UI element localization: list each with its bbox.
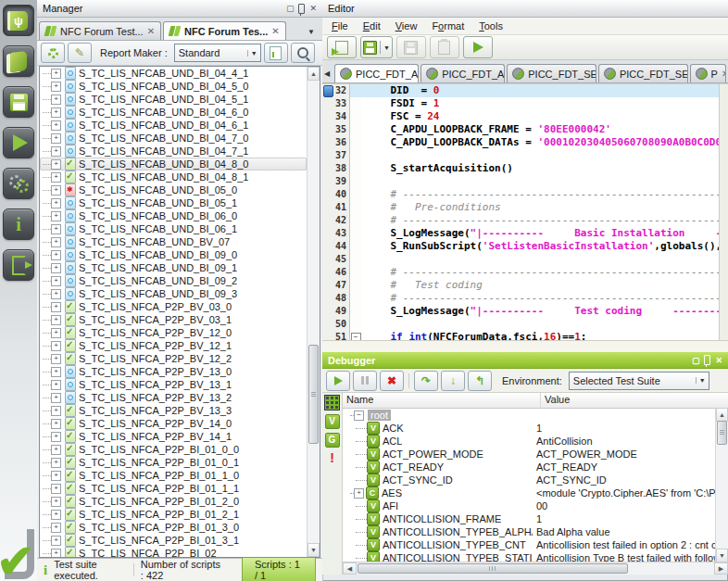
expand-icon[interactable]: + <box>51 276 61 286</box>
code-editor[interactable]: 32 DID = 033 FSDI = 134 FSC = 2435 C_APD… <box>322 83 728 340</box>
save-all-button[interactable] <box>396 36 426 58</box>
test-script-row[interactable]: +S_TC_LIS_NFCAB_UND_BI_04_6_1 <box>40 119 307 132</box>
expand-icon[interactable]: + <box>51 367 61 377</box>
test-script-row[interactable]: +S_TC_LIS_NFCA_P2P_BV_14_1 <box>40 430 307 443</box>
test-script-row[interactable]: +S_TC_LIS_NFCAB_UND_BI_09_1 <box>40 261 307 274</box>
exit-button[interactable] <box>3 249 34 281</box>
expand-icon[interactable]: + <box>51 328 61 338</box>
step-out-button[interactable]: ↰ <box>468 371 492 391</box>
code-line[interactable]: 44 S_RunSubScript('SetListenBasicInstall… <box>322 240 728 253</box>
expand-icon[interactable]: + <box>51 250 61 260</box>
variable-row[interactable]: VACT_POWER_MODEACT_POWER_MODE <box>343 448 716 461</box>
test-script-row[interactable]: +S_TC_LIS_NFCA_P2P_BI_01_1_1 <box>40 482 307 495</box>
expand-icon[interactable]: + <box>51 237 61 247</box>
test-script-row[interactable]: +S_TC_LIS_NFCA_P2P_BI_01_2_1 <box>40 508 307 521</box>
test-script-row[interactable]: +S_TC_LIS_NFCA_P2P_BI_01_1_0 <box>40 469 307 482</box>
variable-row[interactable]: VANTICOLLISION_FRAME1 <box>343 512 716 525</box>
tree-scrollbar-thumb[interactable] <box>308 345 319 444</box>
variable-row[interactable]: VANTICOLLISION_TYPEB_CNTAnticollision te… <box>343 538 716 551</box>
test-script-row[interactable]: +S_TC_LIS_NFCAB_UND_BI_04_8_1 <box>40 171 307 183</box>
variable-row[interactable]: VACLAntiCollision <box>343 435 716 448</box>
test-script-row[interactable]: +S_TC_LIS_NFCA_P2P_BI_01_0_1 <box>40 456 307 469</box>
expand-icon[interactable]: + <box>51 198 61 208</box>
pin-window-icon[interactable] <box>704 355 710 365</box>
code-line[interactable]: 47 # Test coding <box>322 279 728 292</box>
test-script-row[interactable]: +S_TC_LIS_NFCAB_UND_BI_04_7_1 <box>40 145 307 158</box>
open-project-button[interactable] <box>3 45 34 77</box>
editor-tab[interactable]: PICC_FDT_A...✕ <box>420 64 505 82</box>
manager-tab[interactable]: NFC Forum Test...✕ <box>39 21 161 40</box>
tab-list-caret-icon[interactable]: ▼ <box>302 24 320 40</box>
expand-icon[interactable]: + <box>51 536 61 546</box>
expand-icon[interactable]: + <box>51 354 61 364</box>
search-button[interactable] <box>291 43 315 63</box>
code-line[interactable]: 45 <box>322 253 728 266</box>
menu-file[interactable]: File <box>324 19 356 33</box>
variable-row[interactable]: +CAES<module 'Crypto.Cipher.AES' from 'C… <box>343 486 716 499</box>
edit-suite-button[interactable]: ✎ <box>68 43 92 63</box>
expand-icon[interactable]: + <box>51 211 61 221</box>
scroll-left-icon[interactable]: ◀ <box>343 562 357 575</box>
variables-view-icon[interactable]: V <box>325 414 340 429</box>
editor-tab[interactable]: PICC_FDT_SE...✕ <box>598 64 688 82</box>
expand-icon[interactable]: + <box>51 393 61 403</box>
menu-view[interactable]: View <box>388 19 425 33</box>
test-script-row[interactable]: +S_TC_LIS_NFCAB_UND_BI_09_0 <box>40 248 307 261</box>
variable-row[interactable]: VANTICOLLISION_TYPEB_ALPHABad Alpha valu… <box>343 525 716 538</box>
scroll-down-icon[interactable]: ▼ <box>716 549 728 562</box>
editor-horizontal-scrollbar[interactable] <box>322 340 728 352</box>
float-window-icon[interactable]: ▢ <box>692 356 700 365</box>
tab-scroll-left-icon[interactable]: ◀ <box>324 69 330 78</box>
expand-icon[interactable]: + <box>51 380 61 390</box>
expand-icon[interactable]: + <box>51 445 61 455</box>
debug-stop-button[interactable]: ✖ <box>380 371 404 391</box>
save-project-button[interactable] <box>3 86 34 118</box>
test-script-row[interactable]: +S_TC_LIS_NFCA_P2P_BI_02 <box>40 547 307 557</box>
test-script-row[interactable]: +S_TC_LIS_NFCA_P2P_BV_13_1 <box>40 378 307 391</box>
scroll-up-icon[interactable]: ▲ <box>716 408 728 422</box>
test-script-row[interactable]: +S_TC_LIS_NFCAB_UND_BI_09_3 <box>40 287 307 300</box>
code-line[interactable]: 49 S_LogMessage("|---------- Test coding… <box>322 305 728 318</box>
expand-icon[interactable]: + <box>51 107 61 118</box>
code-line[interactable]: 42 # -----------------------------------… <box>322 214 728 227</box>
test-script-row[interactable]: +S_TC_LIS_NFCA_P2P_BV_13_2 <box>40 391 307 404</box>
expand-icon[interactable]: + <box>51 497 61 507</box>
expand-icon[interactable]: + <box>51 315 61 325</box>
run-script-button[interactable] <box>463 36 493 58</box>
pin-window-icon[interactable] <box>298 4 305 14</box>
test-script-row[interactable]: +S_TC_LIS_NFCAB_UND_BI_04_7_0 <box>40 132 307 145</box>
test-script-row[interactable]: +S_TC_LIS_NFCA_P2P_BV_13_0 <box>40 365 307 378</box>
code-line[interactable]: 40 # -----------------------------------… <box>322 188 728 201</box>
variable-row[interactable]: VAFI00 <box>343 499 716 512</box>
menu-tools[interactable]: Tools <box>471 19 510 33</box>
test-script-row[interactable]: +S_TC_LIS_NFCAB_UND_BI_04_6_0 <box>40 106 307 119</box>
test-script-row[interactable]: +S_TC_LIS_NFCAB_UND_BI_04_5_1 <box>40 93 307 106</box>
debug-continue-button[interactable] <box>326 371 350 391</box>
code-line[interactable]: 43 S_LogMessage("|---------- Basic Insta… <box>322 227 728 240</box>
test-script-row[interactable]: +S_TC_LIS_NFCA_P2P_BV_03_1 <box>40 313 307 326</box>
menu-edit[interactable]: Edit <box>356 19 388 33</box>
expand-icon[interactable]: + <box>51 432 61 442</box>
test-script-row[interactable]: +S_TC_LIS_NFCA_P2P_BV_03_0 <box>40 300 307 313</box>
code-line[interactable]: 38 S_startAcquisition() <box>322 162 728 175</box>
expand-icon[interactable]: + <box>51 549 61 558</box>
code-line[interactable]: 37 <box>322 149 728 162</box>
variables-root-row[interactable]: − root <box>343 409 716 422</box>
manager-tab[interactable]: NFC Forum Tes...✕ <box>163 21 286 40</box>
run-suite-button[interactable] <box>3 127 34 158</box>
expand-icon[interactable]: + <box>51 302 61 312</box>
close-tab-icon[interactable]: ✕ <box>271 26 279 36</box>
code-line[interactable]: 32 DID = 0 <box>322 84 728 97</box>
test-script-row[interactable]: +S_TC_LIS_NFCA_P2P_BV_14_0 <box>40 417 307 430</box>
column-header-name[interactable]: Name <box>343 393 540 408</box>
editor-tab[interactable]: P✕ <box>690 64 726 82</box>
test-script-row[interactable]: +S_TC_LIS_NFCA_P2P_BV_12_2 <box>40 352 307 365</box>
test-script-row[interactable]: +S_TC_LIS_NFCAB_UND_BV_07 <box>40 235 307 248</box>
test-script-row[interactable]: +S_TC_LIS_NFCA_P2P_BI_01_3_0 <box>40 521 307 534</box>
expand-icon[interactable]: + <box>51 120 61 131</box>
code-line[interactable]: 35 C_APDU_LOOPBACK_FRAME = '80EE000042' <box>322 123 728 136</box>
test-script-row[interactable]: +S_TC_LIS_NFCA_P2P_BV_13_3 <box>40 404 307 417</box>
expand-icon[interactable]: + <box>51 172 61 183</box>
scroll-down-icon[interactable]: ▼ <box>308 543 320 557</box>
test-script-row[interactable]: +S_TC_LIS_NFCAB_UND_BI_04_8_0 <box>40 158 307 171</box>
